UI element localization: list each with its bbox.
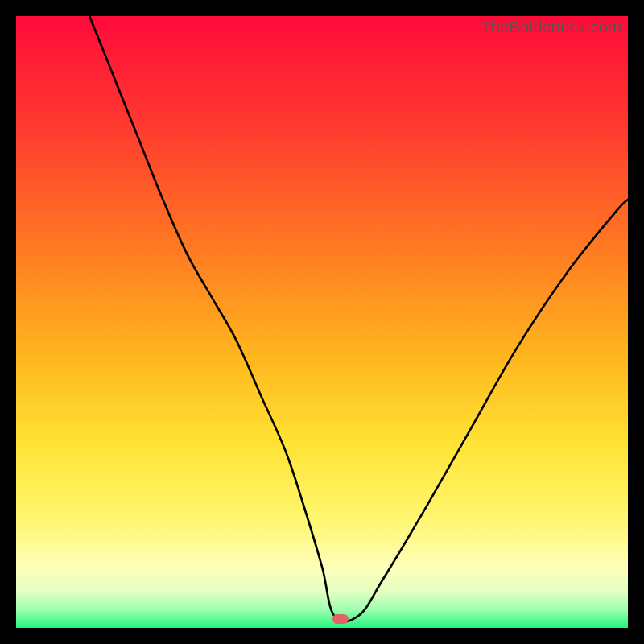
bottleneck-curve [89,16,628,621]
curve-layer [16,16,628,628]
plot-area: TheBottleneck.com [16,16,628,628]
chart-frame: TheBottleneck.com [0,0,644,644]
watermark-text: TheBottleneck.com [481,18,621,36]
bottleneck-marker [332,614,349,624]
